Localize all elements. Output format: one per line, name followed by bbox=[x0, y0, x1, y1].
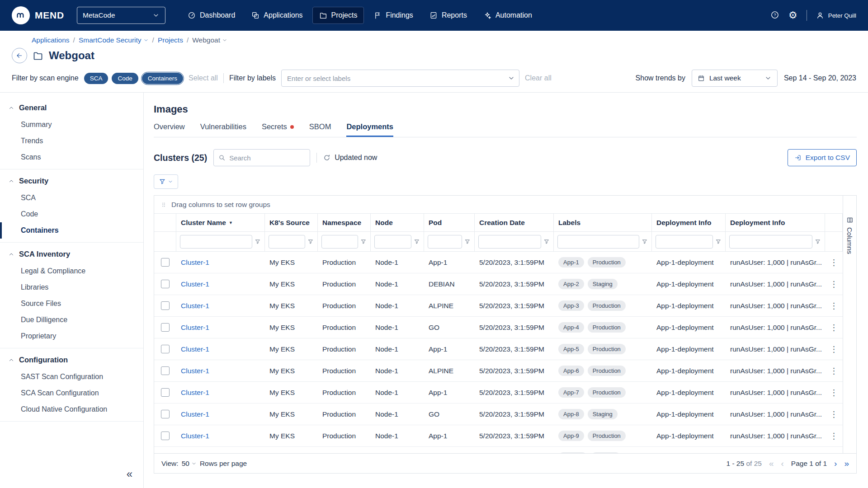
sidebar-item-summary[interactable]: Summary bbox=[0, 117, 143, 133]
tab-vulnerabilities[interactable]: Vulnerabilities bbox=[200, 122, 246, 137]
workspace-selector[interactable]: MetaCode bbox=[77, 7, 165, 24]
tab-secrets[interactable]: Secrets bbox=[262, 122, 294, 137]
row-menu-button[interactable]: ⋮ bbox=[825, 409, 843, 419]
breadcrumb-item-projects[interactable]: Projects bbox=[158, 36, 183, 44]
row-menu-button[interactable]: ⋮ bbox=[825, 431, 843, 441]
column-filter-input[interactable] bbox=[478, 235, 541, 249]
column-filter-input[interactable] bbox=[656, 235, 713, 249]
settings-button[interactable]: ⚙ bbox=[788, 10, 797, 20]
row-menu-button[interactable]: ⋮ bbox=[825, 323, 843, 333]
nav-item-reports[interactable]: Reports bbox=[423, 7, 474, 24]
sidebar-item-legal-compliance[interactable]: Legal & Compliance bbox=[0, 263, 143, 279]
sidebar-section-header-security[interactable]: Security bbox=[0, 172, 143, 190]
sidebar-item-source-files[interactable]: Source Files bbox=[0, 296, 143, 312]
row-checkbox[interactable] bbox=[161, 258, 170, 267]
select-all-link[interactable]: Select all bbox=[189, 74, 218, 82]
column-header-labels[interactable]: Labels bbox=[554, 214, 652, 231]
row-checkbox[interactable] bbox=[161, 410, 170, 418]
tab-sbom[interactable]: SBOM bbox=[309, 122, 331, 137]
nav-item-automation[interactable]: Automation bbox=[476, 7, 539, 24]
row-checkbox[interactable] bbox=[161, 388, 170, 397]
help-button[interactable]: ? bbox=[770, 10, 779, 21]
search-input[interactable] bbox=[229, 154, 305, 162]
cluster-link[interactable]: Cluster-1 bbox=[181, 410, 209, 418]
column-header-k8-s-source[interactable]: K8's Source bbox=[265, 214, 318, 231]
row-menu-button[interactable]: ⋮ bbox=[825, 301, 843, 311]
column-filter-input[interactable] bbox=[180, 235, 252, 249]
last-page-button[interactable]: » bbox=[844, 459, 849, 468]
row-checkbox[interactable] bbox=[161, 323, 170, 332]
export-csv-button[interactable]: Export to CSV bbox=[788, 149, 857, 166]
refresh-button[interactable]: Updated now bbox=[323, 154, 377, 162]
sidebar-item-sca-scan-configuration[interactable]: SCA Scan Configuration bbox=[0, 385, 143, 401]
sidebar-item-sca[interactable]: SCA bbox=[0, 190, 143, 206]
sidebar-item-cloud-native-configuration[interactable]: Cloud Native Configuration bbox=[0, 401, 143, 418]
first-page-button[interactable]: « bbox=[769, 459, 774, 468]
table-filter-button[interactable] bbox=[154, 174, 178, 189]
column-header-namespace[interactable]: Namespace bbox=[318, 214, 371, 231]
sidebar-item-trends[interactable]: Trends bbox=[0, 133, 143, 149]
sidebar-item-sast-scan-configuration[interactable]: SAST Scan Configuration bbox=[0, 369, 143, 385]
row-group-dropzone[interactable]: Drag columns to set row groups bbox=[154, 196, 856, 214]
cluster-link[interactable]: Cluster-1 bbox=[181, 367, 209, 375]
engine-pill-containers[interactable]: Containers bbox=[142, 73, 183, 84]
breadcrumb-item-smartcode-security[interactable]: SmartCode Security bbox=[79, 36, 149, 44]
cluster-link[interactable]: Cluster-1 bbox=[181, 302, 209, 310]
nav-item-projects[interactable]: Projects bbox=[312, 7, 364, 24]
rows-per-page-select[interactable]: 50 bbox=[182, 460, 197, 468]
row-menu-button[interactable]: ⋮ bbox=[825, 279, 843, 289]
mend-logo[interactable]: MEND bbox=[12, 6, 64, 24]
row-menu-button[interactable]: ⋮ bbox=[825, 366, 843, 376]
sidebar-item-code[interactable]: Code bbox=[0, 206, 143, 222]
nav-item-dashboard[interactable]: Dashboard bbox=[181, 7, 242, 24]
tab-deployments[interactable]: Deployments bbox=[346, 122, 393, 137]
sidebar-item-containers[interactable]: Containers bbox=[0, 222, 143, 239]
breadcrumb-item-applications[interactable]: Applications bbox=[32, 36, 70, 44]
breadcrumb-item-webgoat[interactable]: Webgoat bbox=[192, 36, 227, 44]
next-page-button[interactable]: › bbox=[834, 459, 837, 468]
row-menu-button[interactable]: ⋮ bbox=[825, 258, 843, 267]
column-header-deployment-info[interactable]: Deployment Info bbox=[726, 214, 825, 231]
sidebar-item-libraries[interactable]: Libraries bbox=[0, 279, 143, 296]
column-filter-input[interactable] bbox=[729, 235, 812, 249]
nav-item-applications[interactable]: Applications bbox=[245, 7, 309, 24]
prev-page-button[interactable]: ‹ bbox=[781, 459, 783, 468]
column-header-pod[interactable]: Pod bbox=[424, 214, 475, 231]
sidebar-section-header-general[interactable]: General bbox=[0, 99, 143, 117]
user-menu-button[interactable]: Peter Quill bbox=[816, 11, 856, 19]
column-header-cluster-name[interactable]: Cluster Name▼ bbox=[176, 214, 265, 231]
sidebar-item-proprietary[interactable]: Proprietary bbox=[0, 328, 143, 344]
row-checkbox[interactable] bbox=[161, 280, 170, 288]
engine-pill-sca[interactable]: SCA bbox=[84, 73, 108, 84]
cluster-link[interactable]: Cluster-1 bbox=[181, 258, 209, 266]
cluster-link[interactable]: Cluster-1 bbox=[181, 389, 209, 396]
trends-select[interactable]: Last week bbox=[692, 70, 778, 87]
column-header-deployment-info[interactable]: Deployment Info bbox=[652, 214, 726, 231]
sidebar-section-header-sca-inventory[interactable]: SCA Inventory bbox=[0, 245, 143, 263]
cluster-link[interactable]: Cluster-1 bbox=[181, 324, 209, 331]
column-filter-input[interactable] bbox=[428, 235, 462, 249]
sidebar-item-due-dilligence[interactable]: Due Dilligence bbox=[0, 312, 143, 328]
sidebar-item-scans[interactable]: Scans bbox=[0, 149, 143, 165]
chevron-down-icon[interactable] bbox=[508, 75, 515, 82]
labels-filter-input[interactable] bbox=[281, 70, 519, 87]
row-menu-button[interactable]: ⋮ bbox=[825, 388, 843, 398]
column-filter-input[interactable] bbox=[321, 235, 358, 249]
column-filter-input[interactable] bbox=[374, 235, 411, 249]
back-button[interactable] bbox=[12, 48, 27, 63]
row-checkbox[interactable] bbox=[161, 366, 170, 375]
clear-all-link[interactable]: Clear all bbox=[525, 74, 552, 82]
row-menu-button[interactable]: ⋮ bbox=[825, 344, 843, 354]
tab-overview[interactable]: Overview bbox=[154, 122, 185, 137]
cluster-link[interactable]: Cluster-1 bbox=[181, 345, 209, 353]
column-filter-input[interactable] bbox=[269, 235, 305, 249]
nav-item-findings[interactable]: Findings bbox=[367, 7, 420, 24]
cluster-link[interactable]: Cluster-1 bbox=[181, 432, 209, 440]
row-checkbox[interactable] bbox=[161, 301, 170, 310]
column-header-node[interactable]: Node bbox=[371, 214, 424, 231]
column-filter-input[interactable] bbox=[557, 235, 639, 249]
columns-panel-toggle[interactable]: Columns bbox=[843, 196, 856, 453]
collapse-sidebar-button[interactable]: « bbox=[127, 468, 132, 480]
sidebar-section-header-configuration[interactable]: Configuration bbox=[0, 351, 143, 369]
row-checkbox[interactable] bbox=[161, 432, 170, 440]
